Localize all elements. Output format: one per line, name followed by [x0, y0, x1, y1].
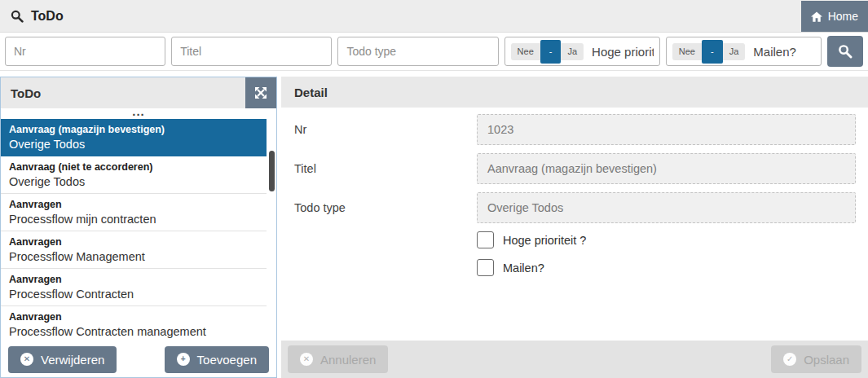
todo-item-title: Aanvraag (niet te accorderen): [9, 160, 258, 174]
todo-type-field-row: Todo type Overige Todos: [294, 192, 856, 223]
topbar: ToDo Home: [0, 0, 868, 33]
filter-bar: Nee - Ja Hoge prioriteit ? Nee - Ja Mail…: [0, 33, 868, 71]
todo-item-type: Processflow mijn contracten: [9, 212, 258, 226]
mailen-filter: Nee - Ja Mailen?: [666, 37, 822, 66]
detail-panel: Detail Nr 1023 Titel Aanvraag (magazijn …: [281, 77, 868, 378]
titel-field-label: Titel: [294, 162, 477, 175]
search-icon: [838, 44, 853, 59]
expand-panel-button[interactable]: [245, 77, 276, 108]
circle-x-icon: ✕: [300, 353, 313, 366]
list-scrollbar-thumb[interactable]: [269, 151, 275, 191]
todo-list-item[interactable]: Aanvragen Processflow Contracten managem…: [1, 306, 267, 341]
todo-list: Aanvraag (magazijn bevestigen) Overige T…: [1, 119, 276, 341]
delete-button-label: Verwijderen: [41, 353, 104, 367]
mailen-check-row: Mailen?: [477, 259, 856, 276]
home-icon: [811, 11, 822, 22]
nr-filter-input[interactable]: [5, 37, 165, 66]
home-button-label: Home: [828, 10, 858, 23]
circle-check-icon: ✓: [783, 353, 796, 366]
detail-panel-title: Detail: [294, 86, 328, 99]
todo-list-item[interactable]: Aanvraag (magazijn bevestigen) Overige T…: [1, 119, 267, 156]
mailen-toggle: Nee - Ja: [672, 40, 745, 64]
hoge-prioriteit-toggle: Nee - Ja: [511, 40, 584, 64]
todo-list-item[interactable]: Aanvragen Processflow Contracten: [1, 269, 267, 306]
add-button[interactable]: + Toevoegen: [165, 346, 269, 373]
toggle-ja-option[interactable]: Ja: [561, 43, 584, 60]
toggle-nee-option[interactable]: Nee: [672, 43, 702, 60]
detail-actions-bar: ✕ Annuleren ✓ Opslaan: [281, 341, 868, 378]
todo-item-title: Aanvragen: [9, 310, 258, 324]
cancel-button[interactable]: ✕ Annuleren: [288, 345, 388, 373]
page-title: ToDo: [31, 9, 64, 24]
list-actions-bar: ✕ Verwijderen + Toevoegen: [1, 341, 276, 377]
todo-item-type: Processflow Management: [9, 249, 258, 264]
circle-x-icon: ✕: [20, 353, 33, 366]
todo-type-filter-input[interactable]: [337, 37, 498, 66]
mailen-checkbox[interactable]: [477, 259, 494, 276]
expand-arrows-icon: [254, 86, 267, 99]
home-button[interactable]: Home: [801, 1, 868, 32]
todo-list-item[interactable]: Aanvragen Processflow Management: [1, 231, 267, 269]
todo-list-panel: ToDo ... Aanvraag (magazijn bevestigen): [0, 77, 277, 378]
main-content: ToDo ... Aanvraag (magazijn bevestigen): [0, 71, 868, 378]
hoge-prioriteit-checkbox[interactable]: [477, 231, 494, 248]
hoge-prioriteit-filter: Nee - Ja Hoge prioriteit ?: [504, 37, 660, 66]
detail-form: Nr 1023 Titel Aanvraag (magazijn bevesti…: [281, 108, 868, 341]
save-button-label: Opslaan: [804, 353, 849, 367]
list-panel-title: ToDo: [11, 86, 41, 100]
page-title-group: ToDo: [0, 9, 64, 24]
todo-item-title: Aanvragen: [9, 198, 258, 212]
titel-filter-input[interactable]: [171, 37, 332, 66]
todo-app-window: ToDo Home Nee - Ja Hoge prioriteit ? Nee…: [0, 0, 868, 378]
add-button-label: Toevoegen: [197, 353, 257, 367]
titel-field-row: Titel Aanvraag (magazijn bevestigen): [294, 153, 856, 184]
todo-list-item[interactable]: Aanvragen Processflow mijn contracten: [1, 194, 267, 231]
todo-list-item[interactable]: Aanvraag (niet te accorderen) Overige To…: [1, 156, 267, 194]
cancel-button-label: Annuleren: [320, 353, 376, 367]
search-button[interactable]: [827, 36, 863, 67]
list-panel-header: ToDo: [1, 77, 276, 108]
nr-field-row: Nr 1023: [294, 114, 856, 145]
toggle-nee-option[interactable]: Nee: [511, 43, 540, 60]
save-button[interactable]: ✓ Opslaan: [771, 345, 861, 373]
todo-item-type: Overige Todos: [9, 174, 258, 189]
todo-item-title: Aanvragen: [9, 273, 258, 287]
toggle-neutral-option[interactable]: -: [540, 40, 562, 64]
hoge-prioriteit-checkbox-label: Hoge prioriteit ?: [503, 234, 586, 247]
todo-type-field-label: Todo type: [294, 201, 477, 214]
todo-item-title: Aanvraag (magazijn bevestigen): [9, 123, 258, 137]
delete-button[interactable]: ✕ Verwijderen: [8, 346, 117, 373]
mailen-checkbox-label: Mailen?: [503, 262, 544, 275]
todo-item-title: Aanvragen: [9, 235, 258, 249]
hoge-prioriteit-filter-label: Hoge prioriteit ?: [592, 45, 654, 59]
nr-field-value: 1023: [477, 114, 856, 145]
todo-type-field-value: Overige Todos: [477, 192, 856, 223]
detail-panel-header: Detail: [281, 77, 868, 108]
mailen-filter-label: Mailen?: [753, 45, 796, 59]
panel-resize-handle[interactable]: ...: [1, 108, 276, 119]
toggle-neutral-option[interactable]: -: [702, 40, 723, 64]
todo-item-type: Overige Todos: [9, 137, 258, 152]
hoge-prioriteit-check-row: Hoge prioriteit ?: [477, 231, 856, 248]
search-icon: [11, 10, 24, 23]
nr-field-label: Nr: [294, 123, 477, 136]
todo-item-type: Processflow Contracten management: [9, 324, 258, 339]
titel-field-value: Aanvraag (magazijn bevestigen): [477, 153, 856, 184]
todo-item-type: Processflow Contracten: [9, 287, 258, 301]
circle-plus-icon: +: [177, 353, 190, 366]
toggle-ja-option[interactable]: Ja: [723, 43, 746, 60]
